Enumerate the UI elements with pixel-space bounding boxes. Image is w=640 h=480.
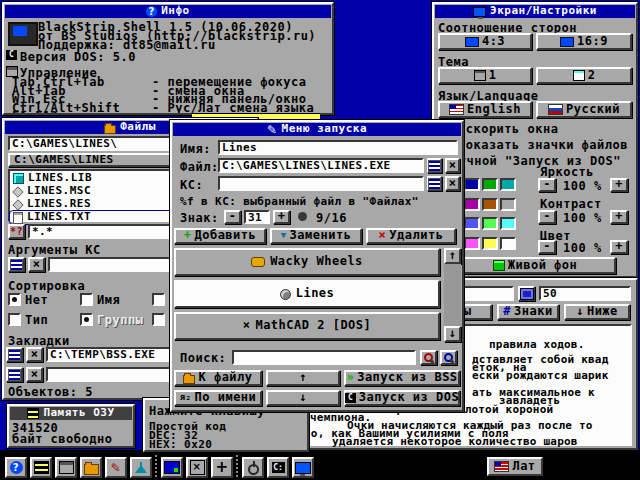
launch-item[interactable]: Lines bbox=[174, 280, 440, 308]
brightness-minus-button[interactable]: - bbox=[538, 178, 556, 192]
palette-swatch[interactable] bbox=[500, 237, 516, 250]
signs-button[interactable]: # Знаки bbox=[497, 304, 559, 320]
palette-swatch[interactable] bbox=[464, 198, 480, 211]
contrast-plus-button[interactable]: + bbox=[610, 210, 628, 224]
viewer-number-input[interactable] bbox=[539, 286, 631, 301]
color-minus-button[interactable]: - bbox=[538, 240, 556, 254]
lower-button[interactable]: ↓ Ниже bbox=[564, 304, 630, 320]
name-input[interactable] bbox=[218, 140, 458, 155]
display-icon-button[interactable] bbox=[292, 457, 314, 478]
move-icon-button[interactable]: + bbox=[211, 457, 233, 478]
args-list-button[interactable] bbox=[8, 257, 25, 272]
maximize-icon-button[interactable]: × bbox=[186, 457, 208, 478]
memory-titlebar[interactable]: Память ОЗУ bbox=[10, 407, 132, 420]
search-icon bbox=[443, 352, 455, 364]
live-background-button[interactable]: Живой фон bbox=[454, 257, 616, 274]
brightness-plus-button[interactable]: + bbox=[610, 178, 628, 192]
palette-swatch[interactable] bbox=[464, 237, 480, 250]
palette-swatch[interactable] bbox=[500, 178, 516, 191]
launch-titlebar[interactable]: ✎ Меню запуска bbox=[173, 123, 461, 136]
sort-az-icon: я₂ bbox=[180, 393, 192, 403]
sign-input[interactable] bbox=[244, 210, 270, 224]
move-up-button[interactable]: ↑ bbox=[266, 370, 340, 386]
color-plus-button[interactable]: + bbox=[610, 240, 628, 254]
scrollbar-track[interactable] bbox=[444, 264, 461, 326]
run-dos-button[interactable]: C Запуск из DOS bbox=[344, 390, 460, 406]
sign-minus-button[interactable]: - bbox=[224, 210, 241, 224]
sign-plus-button[interactable]: + bbox=[273, 210, 290, 224]
settings-titlebar[interactable]: Экран/Настройки bbox=[435, 5, 635, 18]
theme-2-button[interactable]: 2 bbox=[536, 67, 632, 84]
sort-none-radio[interactable] bbox=[8, 293, 21, 306]
to-file-button[interactable]: К файлу bbox=[174, 370, 262, 386]
palette-swatch[interactable] bbox=[482, 237, 498, 250]
flask-icon-button[interactable] bbox=[130, 457, 152, 478]
contrast-minus-button[interactable]: - bbox=[538, 210, 556, 224]
aspect-169-button[interactable]: 16:9 bbox=[536, 33, 632, 50]
viewer-knob-button[interactable] bbox=[518, 286, 535, 301]
aspect-43-button[interactable]: 4:3 bbox=[438, 33, 532, 50]
pencil-icon-button[interactable]: ✎ bbox=[105, 457, 127, 478]
plus-icon: + bbox=[184, 229, 192, 242]
launch-item[interactable]: ×MathCAD 2 [DOS] bbox=[174, 312, 440, 340]
scroll-down-button[interactable]: ↓ bbox=[444, 326, 461, 342]
taskbar-separator bbox=[236, 455, 238, 479]
sort-groups-radio[interactable] bbox=[80, 313, 93, 326]
lang-english-button[interactable]: English bbox=[438, 101, 532, 118]
lang-russian-button[interactable]: Русский bbox=[536, 101, 632, 118]
accelerate-windows-label: Ускорить окна bbox=[458, 123, 558, 136]
sort-extra-radio[interactable] bbox=[152, 293, 165, 306]
ks-input[interactable] bbox=[218, 176, 424, 191]
ks-list-button[interactable] bbox=[427, 176, 442, 191]
sort-groups-label: Группы bbox=[97, 314, 143, 327]
palette-swatch[interactable] bbox=[464, 217, 480, 230]
file-clear-button[interactable]: × bbox=[445, 158, 460, 173]
screen-icon-button[interactable] bbox=[161, 457, 183, 478]
add-button[interactable]: + Добавить bbox=[174, 228, 266, 244]
file-input[interactable] bbox=[218, 158, 424, 173]
run-bss-button[interactable]: » Запуск из BSS bbox=[344, 370, 460, 386]
theme-1-button[interactable]: 1 bbox=[438, 67, 532, 84]
memory-icon-button[interactable] bbox=[30, 457, 52, 478]
keyboard-layout-button[interactable]: Лат bbox=[487, 457, 543, 476]
power-icon-button[interactable] bbox=[242, 457, 264, 478]
palette-swatch[interactable] bbox=[482, 217, 498, 230]
bookmark2-clear-button[interactable]: × bbox=[26, 367, 43, 382]
palette-swatch[interactable] bbox=[500, 198, 516, 211]
ks-clear-button[interactable]: × bbox=[445, 176, 460, 191]
scroll-up-button[interactable]: ↑ bbox=[444, 248, 461, 264]
by-name-button[interactable]: я₂ По имени bbox=[174, 390, 262, 406]
plus-icon: + bbox=[615, 240, 623, 253]
file-list-button[interactable] bbox=[427, 158, 442, 173]
palette-swatch[interactable] bbox=[482, 198, 498, 211]
window-icon-button[interactable] bbox=[55, 457, 77, 478]
plus-icon: + bbox=[615, 210, 623, 223]
mask-button[interactable]: *? bbox=[8, 224, 25, 239]
sort-type-radio[interactable] bbox=[8, 313, 21, 326]
info-titlebar[interactable]: ? Инфо bbox=[5, 5, 331, 18]
bookmark1-list-button[interactable] bbox=[6, 347, 23, 362]
search-input[interactable] bbox=[232, 350, 416, 365]
palette-swatch[interactable] bbox=[464, 178, 480, 191]
launch-item[interactable]: Wacky Wheels bbox=[174, 248, 440, 276]
bookmark1-clear-button[interactable]: × bbox=[26, 347, 43, 362]
delete-button[interactable]: × Удалить bbox=[366, 228, 456, 244]
sort-extra2-radio[interactable] bbox=[152, 313, 165, 326]
us-flag-icon bbox=[449, 104, 464, 115]
name-label: Имя: bbox=[180, 143, 211, 156]
palette-swatch[interactable] bbox=[500, 217, 516, 230]
dos-icon-button[interactable]: C: bbox=[267, 457, 289, 478]
folder-icon-button[interactable] bbox=[80, 457, 102, 478]
sign-position: 9/16 bbox=[316, 212, 347, 225]
bookmark2-list-button[interactable] bbox=[6, 367, 23, 382]
palette-swatch[interactable] bbox=[482, 178, 498, 191]
list-icon bbox=[8, 349, 21, 361]
sort-name-radio[interactable] bbox=[80, 293, 93, 306]
help-icon-button[interactable]: ? bbox=[5, 457, 27, 478]
replace-button[interactable]: ▼ Заменить bbox=[270, 228, 362, 244]
search-next-button[interactable] bbox=[420, 350, 437, 365]
aspect-43-label: 4:3 bbox=[482, 35, 505, 48]
move-down-button[interactable]: ↓ bbox=[266, 390, 340, 406]
search-prev-button[interactable] bbox=[440, 350, 457, 365]
args-clear-button[interactable]: × bbox=[28, 257, 45, 272]
